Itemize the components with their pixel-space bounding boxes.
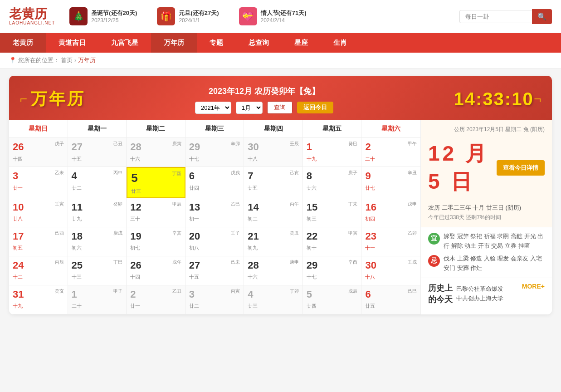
calendar-cell[interactable]: 辛卯 29 十七 <box>185 138 244 167</box>
weekday-fri: 星期五 <box>303 120 362 137</box>
day-lunar: 二十 <box>365 156 417 162</box>
christmas-icon: 🎄 <box>69 7 88 25</box>
calendar-cell[interactable]: 庚寅 28 十六 <box>127 138 185 167</box>
day-stem: 己亥 <box>290 170 299 176</box>
calendar-cell[interactable]: 己亥 7 廿五 <box>244 167 303 198</box>
calendar-cell[interactable]: 戊午 26 十四 <box>127 256 185 285</box>
calendar-cell[interactable]: 戊申 16 初四 <box>361 198 420 227</box>
nav-zhuanti[interactable]: 专题 <box>197 33 236 53</box>
nav-jiugong[interactable]: 九宫飞星 <box>98 33 151 53</box>
calendar-cell[interactable]: 己酉 17 初五 <box>9 227 68 256</box>
weekday-sat: 星期六 <box>361 120 420 137</box>
calendar-cell[interactable]: 丁卯 4 廿三 <box>244 285 303 314</box>
breadcrumb-home[interactable]: 首页 <box>61 57 73 64</box>
day-lunar: 十八 <box>248 156 299 162</box>
calendar-cell[interactable]: 癸巳 1 十九 <box>303 138 362 167</box>
current-time: 14:33:10 <box>454 89 534 109</box>
calendar-cell[interactable]: 乙卯 23 十一 <box>361 227 420 256</box>
holiday-christmas[interactable]: 🎄 圣诞节(还有20天) 2023/12/25 <box>64 5 142 28</box>
weekday-header: 星期日 星期一 星期二 星期三 星期四 星期五 星期六 <box>9 120 420 138</box>
calendar-cell[interactable]: 戊子 26 十四 <box>9 138 68 167</box>
calendar-cell[interactable]: 癸卯 11 廿九 <box>68 198 127 227</box>
calendar-cell[interactable]: 庚子 8 廿六 <box>303 167 362 198</box>
calendar-cell[interactable]: 壬戌 30 十八 <box>361 256 420 285</box>
calendar-cell[interactable]: 丁巳 25 十三 <box>68 256 127 285</box>
nav-wannianli[interactable]: 万年历 <box>151 33 197 53</box>
nav-shengxiao[interactable]: 生肖 <box>321 33 360 53</box>
query-button[interactable]: 查询 <box>267 101 293 114</box>
year-select[interactable]: 2021年 <box>195 102 231 114</box>
calendar-cell[interactable]: 庚申 28 十六 <box>244 256 303 285</box>
day-lunar: 十四 <box>13 156 64 162</box>
calendar-cell[interactable]: 戊辰 5 廿四 <box>303 285 362 314</box>
day-stem: 辛丑 <box>408 170 417 176</box>
weekday-mon: 星期一 <box>68 120 127 137</box>
calendar-cell[interactable]: 癸亥 31 十九 <box>9 285 68 314</box>
day-lunar: 初九 <box>248 245 299 251</box>
day-stem: 庚申 <box>290 259 299 265</box>
calendar-cell[interactable]: 己未 27 十五 <box>185 256 244 285</box>
day-lunar: 初一 <box>189 216 240 222</box>
calendar-cell[interactable]: 癸丑 21 初九 <box>244 227 303 256</box>
calendar-controls: 2021年 1月 查询 返回今日 <box>85 101 443 114</box>
history-more-button[interactable]: MORE+ <box>522 283 545 290</box>
day-stem: 甲午 <box>408 141 417 147</box>
day-stem: 辛酉 <box>348 259 357 265</box>
calendar-right-panel: 公历 2023年12月5日 星期二 兔 (阳历) 12 月 5 日 查看今日详情… <box>420 120 552 314</box>
holiday-newyear[interactable]: 🎁 元旦(还有27天) 2024/1/1 <box>151 5 224 28</box>
calendar-cell[interactable]: 壬辰 30 十八 <box>244 138 303 167</box>
calendar-cell[interactable]: 壬子 20 初八 <box>185 227 244 256</box>
calendar-cell[interactable]: 壬寅 10 廿八 <box>9 198 68 227</box>
search-input[interactable] <box>459 10 532 23</box>
weekday-wed: 星期三 <box>185 120 244 137</box>
calendar-cell[interactable]: 乙丑 2 廿一 <box>127 285 185 314</box>
calendar-cell[interactable]: 戊戌 6 廿四 <box>185 167 244 198</box>
calendar-cell[interactable]: 甲辰 12 三十 <box>127 198 185 227</box>
lunar-info: 农历 二零二三年 十月 廿三日 (阴历) <box>428 200 545 214</box>
calendar-cell[interactable]: 辛亥 19 初七 <box>127 227 185 256</box>
holiday-valentine[interactable]: 💝 情人节(还有71天) 2024/2/14 <box>234 5 312 28</box>
ji-badge: 忌 <box>428 255 440 267</box>
calendar-cell[interactable]: 己巳 6 廿五 <box>361 285 420 314</box>
main-content: ⌐ 万年历 2023年12月 农历癸卯年【兔】 2021年 1月 查询 返回今日… <box>0 69 561 322</box>
day-lunar: 十三 <box>72 274 123 280</box>
calendar-cell[interactable]: 丁未 15 初三 <box>303 198 362 227</box>
day-stem: 丁卯 <box>290 288 299 294</box>
day-lunar: 廿四 <box>307 303 358 309</box>
valentine-name: 情人节(还有71天) <box>261 9 307 17</box>
day-stem: 乙卯 <box>408 230 417 236</box>
month-select[interactable]: 1月 <box>236 102 263 114</box>
weekday-thu: 星期四 <box>244 120 303 137</box>
calendar-cell[interactable]: 辛丑 9 廿七 <box>361 167 420 198</box>
day-lunar: 廿五 <box>248 185 299 191</box>
day-stem: 丁未 <box>348 201 357 207</box>
day-lunar: 十九 <box>13 303 64 309</box>
calendar-cell[interactable]: 丙辰 24 十二 <box>9 256 68 285</box>
calendar-cell[interactable]: 乙巳 13 初一 <box>185 198 244 227</box>
nav-laohualili[interactable]: 老黄历 <box>0 33 46 53</box>
solar-label: 公历 2023年12月5日 星期二 兔 (阳历) <box>428 126 545 133</box>
calendar-cell[interactable]: 丙申 4 廿二 <box>68 167 127 198</box>
nav-chaxun[interactable]: 总查询 <box>236 33 282 53</box>
calendar-cell[interactable]: 庚戌 18 初六 <box>68 227 127 256</box>
newyear-icon: 🎁 <box>157 7 175 25</box>
yi-ji-panel: 宜 嫁娶 冠笄 祭祀 祈福 求嗣 斋醮 开光 出行 解除 动土 开市 交易 立券… <box>421 227 552 278</box>
calendar-cell[interactable]: 甲寅 22 初十 <box>303 227 362 256</box>
calendar-grid: 星期日 星期一 星期二 星期三 星期四 星期五 星期六 戊子 26 十四 己丑 … <box>9 120 420 314</box>
calendar-cell[interactable]: 丁酉 5 廿三 <box>127 167 185 198</box>
nav-huangdao[interactable]: 黄道吉日 <box>46 33 98 53</box>
calendar-cell[interactable]: 甲午 2 二十 <box>361 138 420 167</box>
calendar-cell[interactable]: 乙未 3 廿一 <box>9 167 68 198</box>
calendar-header: ⌐ 万年历 2023年12月 农历癸卯年【兔】 2021年 1月 查询 返回今日… <box>9 76 552 120</box>
calendar-cell[interactable]: 己丑 27 十五 <box>68 138 127 167</box>
calendar-cell[interactable]: 丙午 14 初二 <box>244 198 303 227</box>
calendar-cell[interactable]: 丙寅 3 廿二 <box>185 285 244 314</box>
calendar-cell[interactable]: 甲子 1 二十 <box>68 285 127 314</box>
day-stem: 癸亥 <box>55 288 64 294</box>
calendar-cell[interactable]: 辛酉 29 十七 <box>303 256 362 285</box>
nav-xingzuo[interactable]: 星座 <box>282 33 321 53</box>
today-button[interactable]: 返回今日 <box>297 102 333 113</box>
newyear-name: 元旦(还有27天) <box>179 9 219 17</box>
detail-button[interactable]: 查看今日详情 <box>497 160 545 176</box>
search-button[interactable]: 🔍 <box>532 9 552 24</box>
